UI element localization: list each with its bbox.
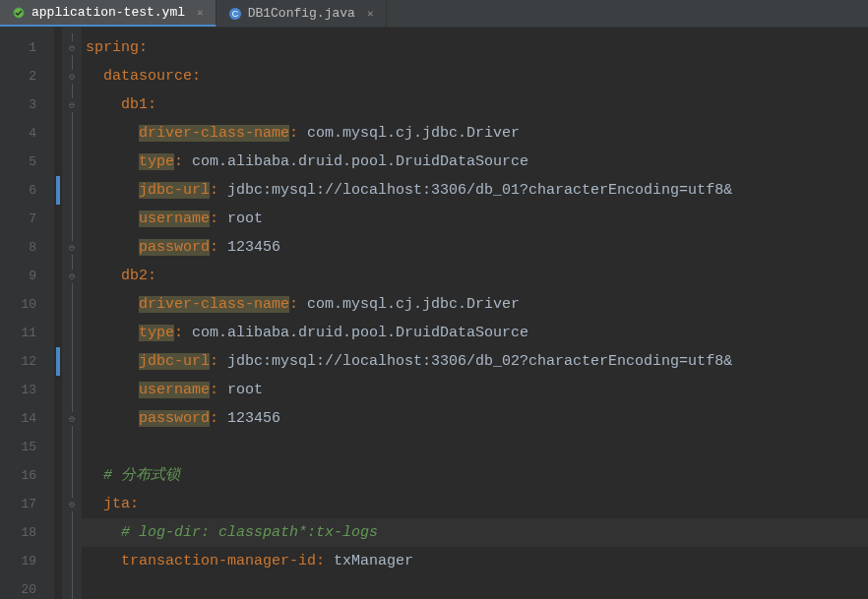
tab-label: application-test.yml [31, 5, 185, 20]
fold-marker[interactable]: ⊖ [62, 233, 82, 262]
code-editor[interactable]: 1234567891011121314151617181920 ⊖⊖⊖⊖⊖⊖⊖ … [0, 28, 868, 599]
code-content[interactable]: spring: datasource: db1: driver-class-na… [82, 28, 868, 599]
code-line[interactable]: db1: [82, 90, 868, 119]
tab-application-test[interactable]: application-test.yml ✕ [0, 0, 217, 27]
code-line[interactable]: driver-class-name: com.mysql.cj.jdbc.Dri… [82, 119, 868, 148]
line-number: 7 [0, 205, 54, 233]
fold-marker[interactable]: ⊖ [62, 490, 82, 518]
line-number: 11 [0, 319, 54, 347]
change-marker [54, 262, 62, 290]
code-line[interactable]: jta: [82, 490, 868, 518]
change-marker [54, 205, 62, 233]
fold-column: ⊖⊖⊖⊖⊖⊖⊖ [62, 28, 82, 599]
change-marker [54, 404, 62, 433]
fold-marker[interactable]: ⊖ [62, 262, 82, 290]
code-line[interactable]: transaction-manager-id: txManager [82, 547, 868, 575]
code-line[interactable]: password: 123456 [82, 233, 868, 262]
change-marker [54, 376, 62, 404]
fold-marker[interactable]: ⊖ [62, 90, 82, 119]
java-class-icon: C [228, 7, 242, 21]
change-marker [54, 518, 62, 547]
fold-marker[interactable] [62, 376, 82, 404]
code-line[interactable]: type: com.alibaba.druid.pool.DruidDataSo… [82, 319, 868, 347]
line-number: 17 [0, 490, 54, 518]
code-line[interactable]: type: com.alibaba.druid.pool.DruidDataSo… [82, 148, 868, 176]
marker-column [54, 28, 62, 599]
line-number: 20 [0, 575, 54, 599]
change-marker [54, 90, 62, 119]
tab-label: DB1Config.java [248, 6, 355, 21]
line-number: 2 [0, 62, 54, 90]
line-number: 1 [0, 33, 54, 62]
svg-text:C: C [231, 9, 238, 19]
close-icon[interactable]: ✕ [197, 6, 204, 19]
fold-marker[interactable] [62, 176, 82, 205]
fold-marker[interactable] [62, 547, 82, 575]
line-number: 5 [0, 148, 54, 176]
code-line[interactable]: # 分布式锁 [82, 461, 868, 490]
line-number: 13 [0, 376, 54, 404]
close-icon[interactable]: ✕ [367, 7, 374, 20]
fold-marker[interactable]: ⊖ [62, 62, 82, 90]
code-line[interactable]: jdbc-url: jdbc:mysql://localhost:3306/db… [82, 176, 868, 205]
fold-marker[interactable] [62, 119, 82, 148]
fold-marker[interactable] [62, 347, 82, 376]
fold-marker[interactable] [62, 319, 82, 347]
code-line[interactable] [82, 575, 868, 599]
change-marker [54, 233, 62, 262]
code-line[interactable]: spring: [82, 33, 868, 62]
fold-marker[interactable] [62, 575, 82, 599]
code-line[interactable]: username: root [82, 205, 868, 233]
code-line[interactable]: db2: [82, 262, 868, 290]
line-number: 12 [0, 347, 54, 376]
code-line[interactable]: driver-class-name: com.mysql.cj.jdbc.Dri… [82, 290, 868, 319]
line-number: 19 [0, 547, 54, 575]
change-marker [54, 461, 62, 490]
change-marker [54, 119, 62, 148]
fold-marker[interactable]: ⊖ [62, 404, 82, 433]
line-number: 10 [0, 290, 54, 319]
line-number: 14 [0, 404, 54, 433]
change-marker [54, 490, 62, 518]
line-number: 3 [0, 90, 54, 119]
change-marker [54, 33, 62, 62]
change-marker [54, 62, 62, 90]
tab-db1config[interactable]: C DB1Config.java ✕ [217, 0, 387, 27]
yaml-file-icon [12, 6, 26, 20]
line-number: 8 [0, 233, 54, 262]
code-line[interactable]: # log-dir: classpath*:tx-logs [82, 518, 868, 547]
code-line[interactable]: username: root [82, 376, 868, 404]
change-marker [54, 547, 62, 575]
fold-marker[interactable]: ⊖ [62, 33, 82, 62]
change-marker [56, 347, 60, 376]
change-marker [54, 148, 62, 176]
code-line[interactable]: password: 123456 [82, 404, 868, 433]
code-line[interactable]: datasource: [82, 62, 868, 90]
code-line[interactable]: jdbc-url: jdbc:mysql://localhost:3306/db… [82, 347, 868, 376]
line-number: 6 [0, 176, 54, 205]
line-number: 4 [0, 119, 54, 148]
line-number: 18 [0, 518, 54, 547]
fold-marker[interactable] [62, 433, 82, 461]
change-marker [54, 575, 62, 599]
fold-marker[interactable] [62, 518, 82, 547]
change-marker [54, 433, 62, 461]
editor-tabs: application-test.yml ✕ C DB1Config.java … [0, 0, 868, 28]
line-number-gutter: 1234567891011121314151617181920 [0, 28, 54, 599]
line-number: 15 [0, 433, 54, 461]
change-marker [54, 319, 62, 347]
fold-marker[interactable] [62, 461, 82, 490]
code-line[interactable] [82, 433, 868, 461]
fold-marker[interactable] [62, 205, 82, 233]
change-marker [56, 176, 60, 205]
fold-marker[interactable] [62, 290, 82, 319]
change-marker [54, 290, 62, 319]
line-number: 16 [0, 461, 54, 490]
line-number: 9 [0, 262, 54, 290]
fold-marker[interactable] [62, 148, 82, 176]
